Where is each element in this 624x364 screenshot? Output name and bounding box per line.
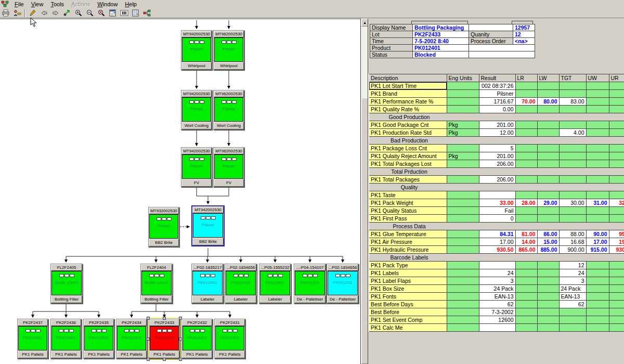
column-header[interactable]: LW: [537, 74, 559, 82]
lr-cell: [515, 215, 537, 223]
genealogy-node[interactable]: ...P02-1834656PK012401Labeler: [225, 264, 257, 304]
genealogy-node[interactable]: PK2F2431PK012401PK1 Pallets: [214, 319, 245, 359]
selection-handle[interactable]: [147, 358, 150, 361]
description-cell[interactable]: PK1 Brand: [369, 90, 447, 98]
node-product: Pilsner: [202, 223, 214, 227]
description-cell[interactable]: PK1 Label Flaps: [369, 277, 447, 285]
drilldown-icon[interactable]: [62, 9, 72, 18]
description-cell[interactable]: PK1 Box Size: [369, 285, 447, 293]
selection-handle[interactable]: [147, 337, 150, 341]
genealogy-node[interactable]: PK2F2436PK012401PK1 Pallets: [50, 319, 82, 359]
description-cell[interactable]: Best Before Days: [369, 301, 447, 308]
table-row: PK1 Qulaity Reject AmountPkg201.00: [369, 152, 624, 160]
description-cell[interactable]: Best Before: [369, 308, 447, 316]
genealogy-node[interactable]: MT942002530PilsnerBB2 Brite: [191, 205, 225, 246]
uw-cell: [586, 324, 609, 332]
description-cell[interactable]: PK1 First Pass: [369, 215, 447, 223]
genealogy-node[interactable]: ...-P04-154107PK011201De - Palletiser: [294, 264, 326, 304]
genealogy-node[interactable]: MT942002530PilsnerFV: [181, 147, 212, 187]
report-icon[interactable]: [108, 9, 118, 18]
column-header[interactable]: TGT: [559, 74, 586, 82]
back-arrow-icon[interactable]: [39, 9, 49, 18]
description-cell[interactable]: PK1 Calc Me: [369, 324, 447, 332]
description-cell[interactable]: PK1 Performance Rate %: [369, 98, 447, 106]
lr-cell: [515, 308, 537, 316]
description-cell[interactable]: PK1 Package Loss Cnt: [369, 145, 447, 152]
menu-item-view[interactable]: View: [28, 1, 47, 8]
genealogy-icon[interactable]: [142, 9, 152, 18]
genealogy-node[interactable]: ...P02-1835217PK012401Labeler: [191, 264, 224, 304]
barcode-icon[interactable]: [119, 9, 129, 18]
description-cell[interactable]: PK1 Fonts: [369, 293, 447, 301]
uw-cell: [586, 285, 609, 293]
description-cell[interactable]: PK1 Quality Status: [369, 207, 447, 215]
description-cell[interactable]: PK1 Good Package Cnt: [369, 121, 447, 129]
menu-item-tools[interactable]: Tools: [47, 1, 68, 8]
genealogy-node[interactable]: FL2F2405Bottle 10003Bottling Filler: [50, 264, 83, 304]
section-row: Good Production: [369, 113, 624, 121]
chart-vertical-scrollbar[interactable]: ▲: [360, 19, 368, 364]
description-cell[interactable]: PK1 Taste: [369, 191, 447, 199]
selection-handle[interactable]: [163, 317, 166, 320]
description-cell[interactable]: PK1 Total Packages: [369, 176, 447, 184]
description-cell[interactable]: PK1 Air Pressure: [369, 238, 447, 246]
genealogy-node[interactable]: PK2F2434PK012401PK1 Pallets: [116, 319, 147, 359]
genealogy-node[interactable]: MT962002530PilsnerFV: [213, 147, 244, 187]
info-label: Status: [370, 51, 413, 58]
menu-item-file[interactable]: File: [11, 1, 28, 8]
genealogy-node[interactable]: MT962002530PilsnerWort Cooling: [213, 90, 244, 130]
node-body: Pilsner: [214, 37, 243, 62]
selection-handle[interactable]: [147, 317, 150, 320]
column-header[interactable]: Description: [369, 74, 447, 82]
column-header[interactable]: Eng Units: [447, 74, 479, 82]
description-cell[interactable]: PK1 Total Packages Lost: [369, 160, 447, 168]
ur-cell: [609, 129, 624, 137]
genealogy-node[interactable]: MT932002530PilsnerBB2 Brite: [148, 207, 179, 247]
description-cell[interactable]: PK1 Pack Type: [369, 262, 447, 269]
section-row: Process Data: [369, 223, 624, 230]
menu-item-window[interactable]: Window: [94, 1, 121, 8]
column-header[interactable]: LR: [515, 74, 537, 82]
menu-item-help[interactable]: Help: [121, 1, 140, 8]
lw-cell: 885.00: [537, 246, 559, 254]
column-header[interactable]: Result: [479, 74, 515, 82]
lr-cell: [515, 207, 537, 215]
description-cell[interactable]: PK1 Lot Start Time: [369, 82, 447, 90]
genealogy-node[interactable]: MT942002530PilsnerWhirlpool: [181, 30, 212, 70]
login-key-icon[interactable]: [12, 9, 22, 18]
description-cell[interactable]: PK1 Quality Rate %: [369, 106, 447, 113]
print-icon[interactable]: [1, 9, 11, 18]
genealogy-node[interactable]: ...P05-1555232PK012401Labeler: [259, 264, 291, 304]
description-cell[interactable]: PK1 Labels: [369, 269, 447, 277]
description-cell[interactable]: PK1 Production Rate Std: [369, 129, 447, 137]
genealogy-node[interactable]: MT962002530PilsnerWhirlpool: [213, 30, 244, 70]
description-cell[interactable]: PK1 Qulaity Reject Amount: [369, 152, 447, 160]
edit-pencil-icon[interactable]: [28, 9, 38, 18]
zoom-reset-icon[interactable]: [96, 9, 107, 18]
genealogy-node[interactable]: ...P02-1834656PK011201De - Palletiser: [327, 264, 359, 304]
genealogy-node[interactable]: PK2F2432PK012401PK1 Pallets: [181, 319, 213, 359]
column-header[interactable]: UW: [586, 74, 609, 82]
lr-cell: 28.00: [515, 199, 537, 207]
genealogy-node[interactable]: MT942002530PilsnerWort Cooling: [181, 90, 212, 130]
status-boxes-icon: [303, 274, 318, 277]
table-row: PK1 Production Rate StdPkg12.004.00: [369, 129, 624, 137]
sheet-icon[interactable]: [131, 9, 141, 18]
description-cell[interactable]: PK1 Glue Temperature: [369, 230, 447, 238]
description-cell[interactable]: PK1 Set Event Comp: [369, 316, 447, 324]
info-value: Blocked: [413, 51, 469, 58]
description-cell[interactable]: PK1 Pack Weight: [369, 199, 447, 207]
genealogy-node[interactable]: PK2F2437PK012401PK1 Pallets: [17, 319, 48, 359]
genealogy-node[interactable]: FL2F2404Bottle 10003Bottling Filler: [140, 264, 173, 304]
node-id: PK2F2432: [182, 319, 212, 326]
genealogy-node[interactable]: PK2F2435PK012401PK1 Pallets: [83, 319, 114, 359]
forward-arrow-icon[interactable]: [50, 9, 61, 18]
selection-handle[interactable]: [163, 358, 166, 361]
genealogy-node[interactable]: PK2F2433PK012401PK1 Pallets: [149, 319, 180, 359]
zoom-out-icon[interactable]: [85, 9, 95, 18]
description-cell[interactable]: PK1 Hydraulic Pressure: [369, 246, 447, 254]
column-header[interactable]: UR: [609, 74, 624, 82]
node-body: PK012401: [150, 326, 179, 350]
node-product: Pilsner: [190, 47, 203, 51]
zoom-in-icon[interactable]: [73, 9, 84, 18]
